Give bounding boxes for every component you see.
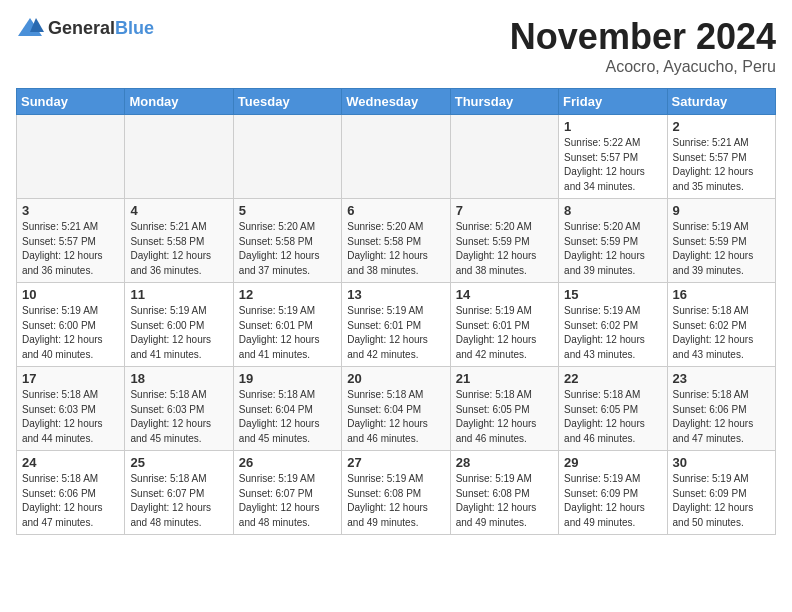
calendar-day-cell: 9Sunrise: 5:19 AMSunset: 5:59 PMDaylight… <box>667 199 775 283</box>
day-info: Sunrise: 5:21 AMSunset: 5:57 PMDaylight:… <box>673 136 770 194</box>
weekday-header: Monday <box>125 89 233 115</box>
day-number: 26 <box>239 455 336 470</box>
day-info: Sunrise: 5:19 AMSunset: 6:08 PMDaylight:… <box>347 472 444 530</box>
day-info: Sunrise: 5:20 AMSunset: 5:59 PMDaylight:… <box>564 220 661 278</box>
calendar-day-cell: 19Sunrise: 5:18 AMSunset: 6:04 PMDayligh… <box>233 367 341 451</box>
calendar-day-cell: 24Sunrise: 5:18 AMSunset: 6:06 PMDayligh… <box>17 451 125 535</box>
calendar-week-row: 1Sunrise: 5:22 AMSunset: 5:57 PMDaylight… <box>17 115 776 199</box>
day-info: Sunrise: 5:19 AMSunset: 6:01 PMDaylight:… <box>347 304 444 362</box>
calendar-day-cell <box>342 115 450 199</box>
day-info: Sunrise: 5:19 AMSunset: 6:01 PMDaylight:… <box>456 304 553 362</box>
day-info: Sunrise: 5:19 AMSunset: 6:00 PMDaylight:… <box>130 304 227 362</box>
day-info: Sunrise: 5:18 AMSunset: 6:03 PMDaylight:… <box>22 388 119 446</box>
day-number: 14 <box>456 287 553 302</box>
day-info: Sunrise: 5:19 AMSunset: 6:07 PMDaylight:… <box>239 472 336 530</box>
day-info: Sunrise: 5:21 AMSunset: 5:58 PMDaylight:… <box>130 220 227 278</box>
day-number: 8 <box>564 203 661 218</box>
day-number: 1 <box>564 119 661 134</box>
day-number: 7 <box>456 203 553 218</box>
day-info: Sunrise: 5:19 AMSunset: 6:00 PMDaylight:… <box>22 304 119 362</box>
day-info: Sunrise: 5:18 AMSunset: 6:02 PMDaylight:… <box>673 304 770 362</box>
day-number: 10 <box>22 287 119 302</box>
calendar-day-cell: 2Sunrise: 5:21 AMSunset: 5:57 PMDaylight… <box>667 115 775 199</box>
calendar-day-cell: 28Sunrise: 5:19 AMSunset: 6:08 PMDayligh… <box>450 451 558 535</box>
day-number: 24 <box>22 455 119 470</box>
day-number: 19 <box>239 371 336 386</box>
day-number: 27 <box>347 455 444 470</box>
day-number: 4 <box>130 203 227 218</box>
logo-blue: Blue <box>115 18 154 38</box>
weekday-header: Saturday <box>667 89 775 115</box>
day-number: 11 <box>130 287 227 302</box>
logo-general: General <box>48 18 115 38</box>
day-number: 20 <box>347 371 444 386</box>
day-number: 30 <box>673 455 770 470</box>
calendar-day-cell: 14Sunrise: 5:19 AMSunset: 6:01 PMDayligh… <box>450 283 558 367</box>
day-info: Sunrise: 5:18 AMSunset: 6:06 PMDaylight:… <box>673 388 770 446</box>
calendar-day-cell: 29Sunrise: 5:19 AMSunset: 6:09 PMDayligh… <box>559 451 667 535</box>
day-number: 9 <box>673 203 770 218</box>
title-area: November 2024 Acocro, Ayacucho, Peru <box>510 16 776 76</box>
day-number: 2 <box>673 119 770 134</box>
logo: GeneralBlue <box>16 16 154 40</box>
calendar-day-cell: 27Sunrise: 5:19 AMSunset: 6:08 PMDayligh… <box>342 451 450 535</box>
calendar-day-cell: 21Sunrise: 5:18 AMSunset: 6:05 PMDayligh… <box>450 367 558 451</box>
calendar-day-cell: 6Sunrise: 5:20 AMSunset: 5:58 PMDaylight… <box>342 199 450 283</box>
weekday-header: Thursday <box>450 89 558 115</box>
day-info: Sunrise: 5:19 AMSunset: 6:01 PMDaylight:… <box>239 304 336 362</box>
calendar-day-cell: 13Sunrise: 5:19 AMSunset: 6:01 PMDayligh… <box>342 283 450 367</box>
day-number: 22 <box>564 371 661 386</box>
calendar-week-row: 3Sunrise: 5:21 AMSunset: 5:57 PMDaylight… <box>17 199 776 283</box>
calendar-day-cell: 18Sunrise: 5:18 AMSunset: 6:03 PMDayligh… <box>125 367 233 451</box>
weekday-header: Sunday <box>17 89 125 115</box>
calendar-day-cell: 15Sunrise: 5:19 AMSunset: 6:02 PMDayligh… <box>559 283 667 367</box>
day-info: Sunrise: 5:19 AMSunset: 6:09 PMDaylight:… <box>564 472 661 530</box>
calendar-week-row: 24Sunrise: 5:18 AMSunset: 6:06 PMDayligh… <box>17 451 776 535</box>
day-info: Sunrise: 5:18 AMSunset: 6:04 PMDaylight:… <box>239 388 336 446</box>
day-info: Sunrise: 5:19 AMSunset: 6:02 PMDaylight:… <box>564 304 661 362</box>
day-number: 3 <box>22 203 119 218</box>
day-number: 12 <box>239 287 336 302</box>
calendar-day-cell: 10Sunrise: 5:19 AMSunset: 6:00 PMDayligh… <box>17 283 125 367</box>
day-info: Sunrise: 5:22 AMSunset: 5:57 PMDaylight:… <box>564 136 661 194</box>
header: GeneralBlue November 2024 Acocro, Ayacuc… <box>16 16 776 76</box>
day-info: Sunrise: 5:18 AMSunset: 6:05 PMDaylight:… <box>564 388 661 446</box>
calendar-day-cell: 5Sunrise: 5:20 AMSunset: 5:58 PMDaylight… <box>233 199 341 283</box>
calendar-day-cell <box>17 115 125 199</box>
day-number: 28 <box>456 455 553 470</box>
day-number: 23 <box>673 371 770 386</box>
day-info: Sunrise: 5:20 AMSunset: 5:59 PMDaylight:… <box>456 220 553 278</box>
calendar-day-cell <box>450 115 558 199</box>
month-title: November 2024 <box>510 16 776 58</box>
day-number: 16 <box>673 287 770 302</box>
day-info: Sunrise: 5:19 AMSunset: 5:59 PMDaylight:… <box>673 220 770 278</box>
day-number: 21 <box>456 371 553 386</box>
day-info: Sunrise: 5:19 AMSunset: 6:09 PMDaylight:… <box>673 472 770 530</box>
calendar-day-cell: 17Sunrise: 5:18 AMSunset: 6:03 PMDayligh… <box>17 367 125 451</box>
calendar-day-cell: 12Sunrise: 5:19 AMSunset: 6:01 PMDayligh… <box>233 283 341 367</box>
weekday-header: Tuesday <box>233 89 341 115</box>
calendar-week-row: 10Sunrise: 5:19 AMSunset: 6:00 PMDayligh… <box>17 283 776 367</box>
day-info: Sunrise: 5:18 AMSunset: 6:06 PMDaylight:… <box>22 472 119 530</box>
calendar-table: SundayMondayTuesdayWednesdayThursdayFrid… <box>16 88 776 535</box>
calendar-day-cell: 16Sunrise: 5:18 AMSunset: 6:02 PMDayligh… <box>667 283 775 367</box>
day-number: 29 <box>564 455 661 470</box>
calendar-day-cell <box>125 115 233 199</box>
calendar-day-cell: 3Sunrise: 5:21 AMSunset: 5:57 PMDaylight… <box>17 199 125 283</box>
calendar-day-cell: 20Sunrise: 5:18 AMSunset: 6:04 PMDayligh… <box>342 367 450 451</box>
day-number: 13 <box>347 287 444 302</box>
weekday-header: Friday <box>559 89 667 115</box>
location-title: Acocro, Ayacucho, Peru <box>510 58 776 76</box>
day-info: Sunrise: 5:18 AMSunset: 6:05 PMDaylight:… <box>456 388 553 446</box>
day-number: 18 <box>130 371 227 386</box>
day-info: Sunrise: 5:20 AMSunset: 5:58 PMDaylight:… <box>239 220 336 278</box>
day-number: 25 <box>130 455 227 470</box>
calendar-day-cell: 23Sunrise: 5:18 AMSunset: 6:06 PMDayligh… <box>667 367 775 451</box>
logo-icon <box>16 16 44 40</box>
day-info: Sunrise: 5:18 AMSunset: 6:04 PMDaylight:… <box>347 388 444 446</box>
calendar-day-cell: 7Sunrise: 5:20 AMSunset: 5:59 PMDaylight… <box>450 199 558 283</box>
calendar-day-cell: 8Sunrise: 5:20 AMSunset: 5:59 PMDaylight… <box>559 199 667 283</box>
day-info: Sunrise: 5:20 AMSunset: 5:58 PMDaylight:… <box>347 220 444 278</box>
calendar-day-cell: 25Sunrise: 5:18 AMSunset: 6:07 PMDayligh… <box>125 451 233 535</box>
day-number: 6 <box>347 203 444 218</box>
